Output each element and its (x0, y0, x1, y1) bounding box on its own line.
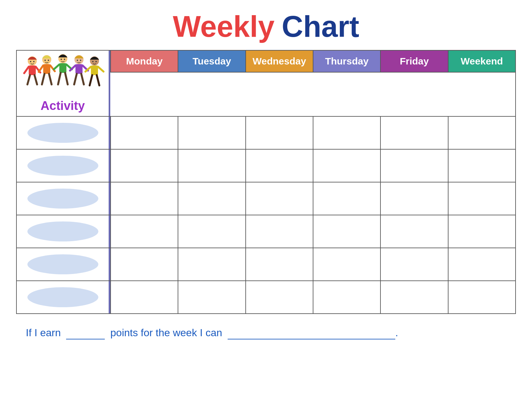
data-cell-1-wed[interactable] (245, 117, 313, 149)
data-cell-3-fri[interactable] (380, 182, 448, 215)
data-cell-2-mon[interactable] (110, 150, 178, 182)
day-header-tuesday: Tuesday (178, 51, 245, 73)
table-row (17, 215, 515, 248)
activity-oval-4 (27, 221, 98, 241)
svg-line-13 (49, 74, 52, 84)
svg-point-7 (33, 61, 34, 62)
activity-cell-3 (17, 182, 110, 215)
svg-point-15 (48, 60, 49, 61)
data-cell-6-mon[interactable] (110, 281, 178, 313)
activity-oval-3 (27, 189, 98, 209)
svg-line-21 (65, 73, 68, 84)
svg-rect-33 (91, 65, 98, 75)
title-area: Weekly Chart (16, 10, 516, 44)
data-cell-3-thu[interactable] (313, 182, 380, 215)
data-cell-5-fri[interactable] (380, 248, 448, 280)
title-chart: Chart (282, 10, 359, 43)
data-cell-6-wed[interactable] (245, 281, 313, 313)
activity-oval-2 (27, 156, 98, 176)
data-cell-3-mon[interactable] (110, 182, 178, 215)
footer-text: If I earn points for the week I can . (16, 327, 516, 339)
data-cell-2-wkd[interactable] (448, 150, 515, 182)
svg-point-31 (80, 60, 81, 61)
data-cell-4-tue[interactable] (178, 215, 245, 248)
svg-line-2 (24, 67, 29, 73)
svg-rect-1 (29, 65, 36, 75)
activity-cell-6 (17, 281, 110, 313)
svg-line-4 (27, 75, 30, 84)
day-header-weekend: Weekend (448, 51, 515, 73)
table-row (17, 149, 515, 182)
footer-points-blank[interactable] (66, 327, 105, 339)
svg-point-22 (61, 59, 62, 60)
data-cell-3-tue[interactable] (178, 182, 245, 215)
data-cell-2-tue[interactable] (178, 150, 245, 182)
title-weekly: Weekly (173, 10, 274, 43)
activity-oval-1 (27, 123, 98, 143)
svg-point-23 (64, 59, 65, 60)
svg-line-18 (54, 64, 59, 69)
data-cell-1-wkd[interactable] (448, 117, 515, 149)
data-cell-2-wed[interactable] (245, 150, 313, 182)
activity-header-cell: Activity (17, 51, 110, 116)
data-cell-4-mon[interactable] (110, 215, 178, 248)
activity-cell-4 (17, 215, 110, 248)
data-cell-3-wed[interactable] (245, 182, 313, 215)
svg-line-20 (58, 73, 61, 84)
svg-line-29 (81, 74, 84, 84)
data-cell-6-fri[interactable] (380, 281, 448, 313)
day-header-monday: Monday (110, 51, 178, 73)
data-cell-6-wkd[interactable] (448, 281, 515, 313)
data-cell-4-wed[interactable] (245, 215, 313, 248)
data-cell-5-wkd[interactable] (448, 248, 515, 280)
data-cell-2-thu[interactable] (313, 150, 380, 182)
data-cell-5-thu[interactable] (313, 248, 380, 280)
svg-rect-9 (43, 64, 50, 74)
page-container: Weekly Chart (0, 0, 532, 411)
activity-label: Activity (41, 99, 85, 114)
svg-line-36 (90, 75, 92, 85)
data-cell-6-thu[interactable] (313, 281, 380, 313)
svg-point-30 (77, 60, 78, 61)
data-cell-4-wkd[interactable] (448, 215, 515, 248)
svg-point-39 (95, 61, 97, 62)
svg-line-37 (97, 75, 99, 85)
day-header-friday: Friday (380, 51, 448, 73)
data-cell-6-tue[interactable] (178, 281, 245, 313)
data-cell-1-thu[interactable] (313, 117, 380, 149)
data-cell-1-mon[interactable] (110, 117, 178, 149)
data-cell-5-wed[interactable] (245, 248, 313, 280)
table-row (17, 248, 515, 280)
kids-illustration (21, 51, 105, 99)
svg-line-28 (74, 74, 77, 84)
header-row: Activity Monday Tuesday Wednesday Thursd… (17, 51, 515, 116)
activity-oval-5 (27, 254, 98, 274)
data-cell-3-wkd[interactable] (448, 182, 515, 215)
data-cell-4-thu[interactable] (313, 215, 380, 248)
data-cell-5-mon[interactable] (110, 248, 178, 280)
activity-oval-6 (27, 287, 98, 307)
activity-cell-2 (17, 150, 110, 182)
svg-point-6 (30, 61, 31, 62)
svg-point-38 (92, 61, 94, 62)
table-row (17, 182, 515, 215)
data-cell-5-tue[interactable] (178, 248, 245, 280)
footer-reward-blank[interactable] (228, 327, 395, 339)
data-cell-1-tue[interactable] (178, 117, 245, 149)
day-header-wednesday: Wednesday (245, 51, 313, 73)
svg-line-5 (34, 75, 37, 84)
svg-line-35 (98, 67, 103, 72)
svg-point-14 (44, 60, 46, 61)
svg-rect-17 (59, 63, 66, 73)
data-cell-4-fri[interactable] (380, 215, 448, 248)
svg-line-10 (39, 65, 43, 72)
svg-rect-25 (75, 64, 83, 74)
footer-text-middle: points for the week I can (110, 327, 222, 338)
data-cell-2-fri[interactable] (380, 150, 448, 182)
activity-cell-5 (17, 248, 110, 280)
day-header-thursday: Thursday (313, 51, 380, 73)
data-cell-1-fri[interactable] (380, 117, 448, 149)
weekly-chart: Activity Monday Tuesday Wednesday Thursd… (16, 50, 516, 314)
table-row (17, 116, 515, 149)
activity-cell-1 (17, 117, 110, 149)
